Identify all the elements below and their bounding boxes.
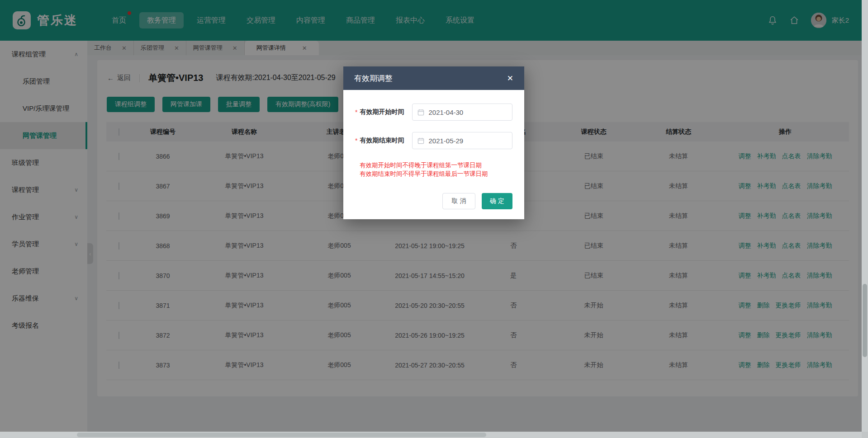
start-date-input[interactable]: 2021-04-30 (412, 104, 512, 121)
end-date-value: 2021-05-29 (428, 137, 463, 145)
confirm-button[interactable]: 确 定 (482, 193, 512, 209)
end-date-label: 有效期结束时间 (360, 137, 412, 145)
start-date-label: 有效期开始时间 (360, 108, 412, 116)
warning-line-2: 有效期结束时间不得早于课程组最后一节课日期 (360, 170, 512, 178)
vertical-scrollbar[interactable] (862, 0, 868, 432)
required-asterisk: * (355, 108, 357, 116)
modal-title: 有效期调整 (354, 73, 393, 84)
validity-adjust-modal: 有效期调整 ✕ * 有效期开始时间 2021-04-30 * 有效期结束时间 (343, 66, 524, 219)
horizontal-scrollbar[interactable] (0, 432, 862, 438)
warning-line-1: 有效期开始时间不得晚于课程组第一节课日期 (360, 161, 512, 170)
calendar-icon (417, 109, 424, 116)
close-icon[interactable]: ✕ (507, 74, 513, 83)
end-date-input[interactable]: 2021-05-29 (412, 132, 512, 149)
cancel-button[interactable]: 取 消 (442, 193, 475, 209)
required-asterisk: * (355, 137, 357, 144)
vertical-scrollbar-thumb[interactable] (863, 284, 867, 357)
horizontal-scrollbar-thumb[interactable] (77, 433, 486, 437)
start-date-value: 2021-04-30 (428, 108, 463, 116)
calendar-icon (417, 137, 424, 144)
scrollbar-corner (862, 432, 868, 438)
